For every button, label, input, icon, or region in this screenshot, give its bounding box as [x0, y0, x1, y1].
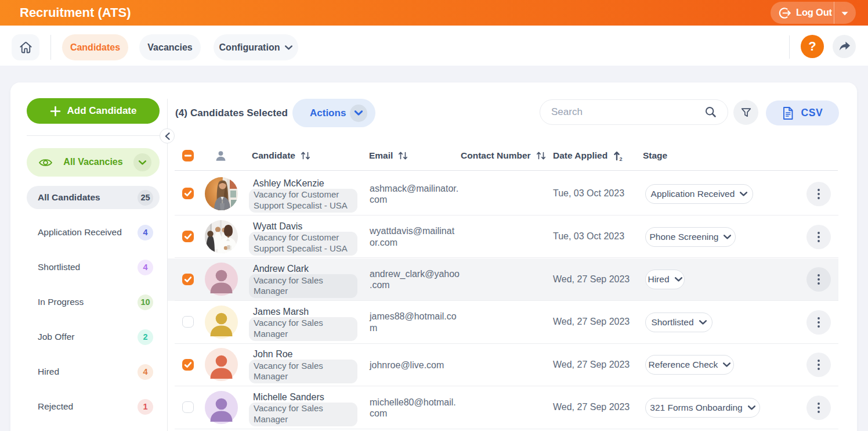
- svg-text:2: 2: [620, 156, 623, 161]
